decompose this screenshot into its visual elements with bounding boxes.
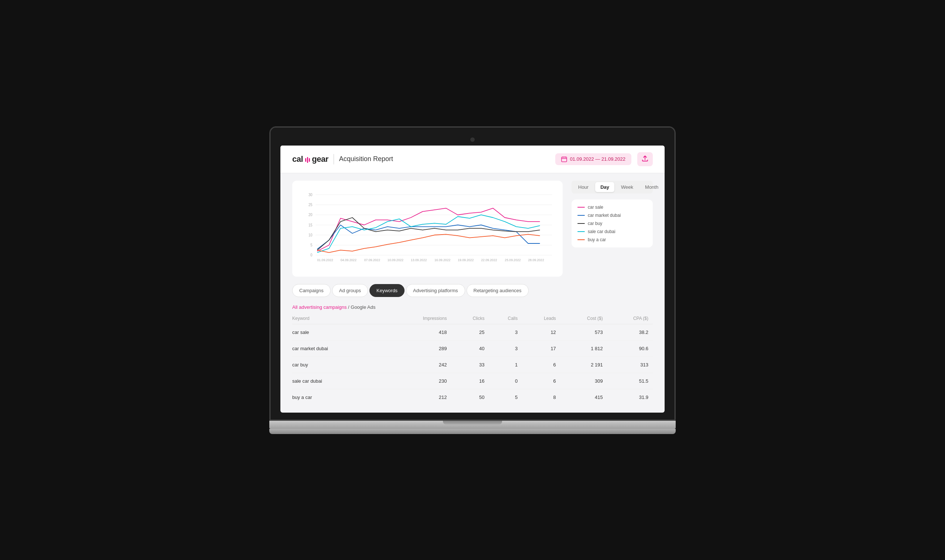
- tabs: Campaigns Ad groups Keywords Advertising…: [292, 284, 653, 297]
- svg-text:15: 15: [308, 223, 312, 227]
- cell-cpa: 51.5: [607, 373, 653, 389]
- cell-keyword: car buy: [292, 357, 385, 373]
- cell-keyword: car market dubai: [292, 340, 385, 357]
- cell-calls: 3: [489, 340, 522, 357]
- tabs-section: Campaigns Ad groups Keywords Advertising…: [280, 284, 665, 302]
- cell-leads: 8: [522, 389, 560, 405]
- legend-item-car-sale: car sale: [577, 205, 647, 210]
- svg-text:01.09.2022: 01.09.2022: [317, 258, 333, 262]
- col-clicks: Clicks: [451, 313, 489, 324]
- tab-ad-groups[interactable]: Ad groups: [332, 284, 368, 297]
- col-calls: Calls: [489, 313, 522, 324]
- tab-advertising-platforms[interactable]: Advertising platforms: [406, 284, 465, 297]
- app: cal gear Acquisition Report: [280, 146, 665, 412]
- svg-text:25: 25: [308, 202, 312, 206]
- svg-text:04.09.2022: 04.09.2022: [341, 258, 357, 262]
- cell-clicks: 25: [451, 324, 489, 340]
- tab-keywords[interactable]: Keywords: [369, 284, 405, 297]
- svg-text:28.09.2022: 28.09.2022: [528, 258, 544, 262]
- cell-cpa: 313: [607, 357, 653, 373]
- cell-cost: 573: [560, 324, 607, 340]
- camera-notch: [470, 137, 475, 142]
- breadcrumb: All advertising campaigns / Google Ads: [280, 302, 665, 313]
- cell-calls: 0: [489, 373, 522, 389]
- svg-text:19.09.2022: 19.09.2022: [458, 258, 474, 262]
- tab-retargeting[interactable]: Retargeting audiences: [466, 284, 529, 297]
- cell-cpa: 90.6: [607, 340, 653, 357]
- cell-cpa: 38.2: [607, 324, 653, 340]
- cell-keyword: sale car dubai: [292, 373, 385, 389]
- tab-campaigns[interactable]: Campaigns: [292, 284, 331, 297]
- export-button[interactable]: [637, 152, 653, 166]
- legend-line-buy-a-car: [577, 239, 585, 240]
- cell-calls: 3: [489, 324, 522, 340]
- svg-text:16.09.2022: 16.09.2022: [434, 258, 450, 262]
- svg-text:07.09.2022: 07.09.2022: [364, 258, 380, 262]
- legend-line-car-sale: [577, 207, 585, 208]
- table-row: buy a car 212 50 5 8 415 31.9: [292, 389, 653, 405]
- col-leads: Leads: [522, 313, 560, 324]
- screen: cal gear Acquisition Report: [280, 146, 665, 412]
- svg-text:22.09.2022: 22.09.2022: [481, 258, 497, 262]
- legend-label-buy-a-car: buy a car: [588, 237, 606, 242]
- breadcrumb-current: Google Ads: [351, 305, 376, 310]
- table-section: Keyword Impressions Clicks Calls Leads C…: [280, 313, 665, 412]
- time-btn-week[interactable]: Week: [616, 182, 639, 192]
- time-buttons: Hour Day Week Month: [571, 181, 653, 194]
- cell-leads: 6: [522, 357, 560, 373]
- calendar-icon: [561, 156, 567, 162]
- laptop-container: cal gear Acquisition Report: [269, 126, 676, 434]
- svg-text:0: 0: [310, 253, 312, 257]
- logo: cal gear: [292, 154, 328, 164]
- cell-clicks: 16: [451, 373, 489, 389]
- time-btn-hour[interactable]: Hour: [573, 182, 594, 192]
- cell-clicks: 33: [451, 357, 489, 373]
- page-title: Acquisition Report: [339, 155, 393, 163]
- legend: car sale car market dubai car buy: [571, 200, 653, 248]
- cell-leads: 17: [522, 340, 560, 357]
- legend-label-sale-car-dubai: sale car dubai: [588, 229, 616, 234]
- time-btn-month[interactable]: Month: [640, 182, 663, 192]
- cell-impressions: 418: [385, 324, 451, 340]
- cell-impressions: 212: [385, 389, 451, 405]
- cell-keyword: car sale: [292, 324, 385, 340]
- legend-item-car-buy: car buy: [577, 221, 647, 226]
- col-cpa: CPA ($): [607, 313, 653, 324]
- cell-cpa: 31.9: [607, 389, 653, 405]
- laptop-stand: [269, 429, 676, 434]
- legend-line-sale-car-dubai: [577, 231, 585, 232]
- svg-text:30: 30: [308, 192, 312, 197]
- header: cal gear Acquisition Report: [280, 146, 665, 173]
- cell-calls: 1: [489, 357, 522, 373]
- laptop-base: [269, 421, 676, 429]
- col-impressions: Impressions: [385, 313, 451, 324]
- logo-icon: [305, 157, 310, 163]
- time-btn-day[interactable]: Day: [595, 182, 614, 192]
- cell-impressions: 289: [385, 340, 451, 357]
- chart-area: 30 25 20 15 10 5 0 01.09.2022 04.09.2022…: [292, 181, 563, 277]
- sidebar-controls: Hour Day Week Month car sale: [571, 181, 653, 277]
- cell-leads: 6: [522, 373, 560, 389]
- cell-leads: 12: [522, 324, 560, 340]
- legend-line-car-market-dubai: [577, 215, 585, 216]
- table-row: sale car dubai 230 16 0 6 309 51.5: [292, 373, 653, 389]
- export-icon: [642, 155, 648, 162]
- cell-cost: 1 812: [560, 340, 607, 357]
- legend-label-car-market-dubai: car market dubai: [588, 213, 621, 218]
- legend-label-car-buy: car buy: [588, 221, 602, 226]
- cell-impressions: 242: [385, 357, 451, 373]
- cell-cost: 2 191: [560, 357, 607, 373]
- logo-area: cal gear Acquisition Report: [292, 154, 393, 165]
- col-keyword: Keyword: [292, 313, 385, 324]
- table-row: car sale 418 25 3 12 573 38.2: [292, 324, 653, 340]
- table-row: car buy 242 33 1 6 2 191 313: [292, 357, 653, 373]
- date-range-button[interactable]: 01.09.2022 — 21.09.2022: [555, 153, 631, 165]
- svg-text:13.09.2022: 13.09.2022: [411, 258, 427, 262]
- cell-impressions: 230: [385, 373, 451, 389]
- cell-cost: 415: [560, 389, 607, 405]
- date-range-text: 01.09.2022 — 21.09.2022: [570, 156, 625, 162]
- cell-cost: 309: [560, 373, 607, 389]
- svg-text:20: 20: [308, 213, 312, 217]
- screen-bezel: cal gear Acquisition Report: [269, 126, 676, 421]
- breadcrumb-link[interactable]: All advertising campaigns: [292, 305, 346, 310]
